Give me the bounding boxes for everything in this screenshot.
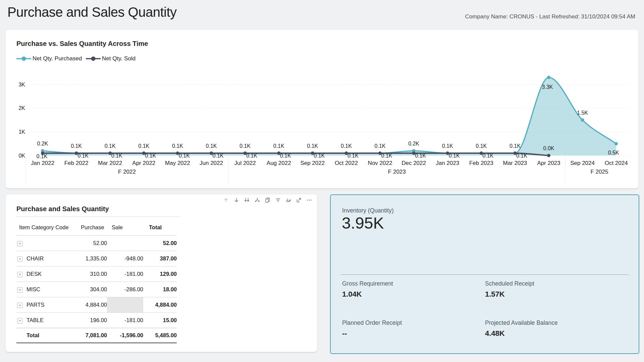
item-category-cell[interactable]: TABLE: [26, 312, 76, 328]
x-axis-label: Apr 2022: [132, 160, 155, 166]
expand-cell: +: [16, 251, 26, 266]
sold-data-label: 0.1K: [37, 154, 48, 159]
purchase-sales-matrix: Item Category Code Purchase Sale Total +…: [16, 220, 177, 343]
more-options-icon[interactable]: [306, 197, 312, 203]
item-category-cell[interactable]: DESK: [26, 266, 76, 282]
total-cell[interactable]: 15.00: [143, 312, 177, 328]
kpi-metric-label: Gross Requirement: [342, 280, 485, 287]
item-category-cell[interactable]: MISC: [26, 282, 76, 297]
expand-row-icon[interactable]: +: [17, 241, 22, 246]
sale-cell[interactable]: -181.00: [107, 266, 143, 282]
purchased-data-point[interactable]: [547, 76, 550, 79]
expand-all-icon[interactable]: [254, 197, 260, 203]
purchased-data-point[interactable]: [581, 118, 584, 122]
column-header-sale[interactable]: Sale: [107, 220, 143, 235]
purchased-data-label: 0.1K: [341, 143, 352, 149]
expand-cell: +: [16, 266, 26, 282]
purchase-cell[interactable]: 196.00: [76, 312, 107, 328]
legend-label: Net Qty. Purchased: [33, 55, 82, 62]
expand-cell: +: [16, 282, 26, 297]
purchase-cell[interactable]: 310.00: [76, 266, 107, 282]
expand-row-icon[interactable]: +: [17, 303, 22, 308]
purchased-data-label: 0.2K: [408, 141, 419, 146]
purchase-cell[interactable]: 304.00: [76, 282, 107, 297]
item-category-cell[interactable]: CHAIR: [26, 251, 76, 266]
drill-down-icon[interactable]: [233, 197, 239, 203]
purchased-data-label: 0.1K: [172, 143, 183, 149]
inventory-kpi-card: Inventory (Quantity) 3.95K Gross Require…: [330, 194, 639, 354]
purchase-cell[interactable]: 52.00: [76, 235, 107, 251]
x-axis-label: Apr 2023: [537, 160, 560, 166]
x-axis-label: Jun 2022: [200, 160, 223, 166]
purchased-data-label: 0.2K: [37, 141, 48, 146]
purchased-data-label: 0.1K: [307, 143, 318, 149]
x-axis-group-label: F 2025: [590, 169, 608, 175]
y-axis-tick: 0K: [18, 153, 25, 159]
filter-icon[interactable]: [275, 197, 281, 203]
legend-marker-icon: [86, 56, 101, 61]
item-category-cell[interactable]: PARTS: [26, 297, 76, 312]
table-total-row[interactable]: Total 7,081.00 -1,596.00 5,485.00: [16, 328, 177, 343]
purchased-data-point[interactable]: [614, 142, 618, 145]
total-cell[interactable]: 129.00: [143, 266, 177, 282]
table-title: Purchase and Sales Quantity: [16, 205, 109, 213]
total-row-label: Total: [26, 328, 76, 343]
kpi-metric-label: Scheduled Receipt: [485, 280, 625, 287]
expand-row-icon[interactable]: +: [17, 318, 22, 323]
legend-item[interactable]: Net Qty. Purchased: [16, 55, 82, 62]
y-axis-tick: 1K: [18, 129, 25, 135]
copy-icon[interactable]: [265, 197, 271, 203]
table-row[interactable]: +MISC304.00-286.0018.00: [16, 282, 177, 297]
x-axis-label: Oct 2022: [335, 160, 358, 166]
total-cell[interactable]: 387.00: [143, 251, 177, 266]
table-row[interactable]: +TABLE196.00-181.0015.00: [16, 312, 177, 328]
sold-data-label: 0.1K: [516, 153, 527, 159]
kpi-metric-gross-requirement: Gross Requirement 1.04K: [342, 280, 485, 299]
legend-item[interactable]: Net Qty. Sold: [86, 55, 136, 62]
total-purchase-value: 7,081.00: [76, 328, 107, 343]
purchased-data-label: 0.1K: [273, 143, 284, 149]
table-row[interactable]: +PARTS4,884.004,884.00: [16, 297, 177, 312]
sale-cell[interactable]: [107, 235, 143, 251]
sold-data-label: 0.1K: [314, 153, 325, 159]
total-total-value: 5,485.00: [143, 328, 177, 343]
focus-mode-icon[interactable]: [296, 197, 302, 203]
sold-data-label: 0.1K: [246, 153, 257, 159]
sold-data-label: 0.1K: [77, 153, 89, 159]
total-cell[interactable]: 52.00: [143, 235, 177, 251]
sale-cell[interactable]: -286.00: [107, 282, 143, 297]
sale-cell[interactable]: [107, 297, 143, 312]
expand-next-level-icon[interactable]: [244, 197, 250, 203]
column-header-total[interactable]: Total: [143, 220, 177, 235]
total-cell[interactable]: 18.00: [143, 282, 177, 297]
sold-data-label: 0.0K: [543, 145, 554, 151]
purchased-area: [43, 77, 616, 156]
column-header-item-category-code[interactable]: Item Category Code: [16, 220, 76, 235]
total-cell[interactable]: 4,884.00: [143, 297, 177, 312]
purchase-cell[interactable]: 1,335.00: [76, 251, 107, 266]
kpi-metric-value: 1.04K: [342, 290, 485, 299]
table-row[interactable]: +CHAIR1,335.00-948.00387.00: [16, 251, 177, 266]
sale-cell[interactable]: -948.00: [107, 251, 143, 266]
sold-data-point[interactable]: [547, 154, 550, 157]
purchased-data-label: 0.1K: [105, 143, 116, 149]
expand-row-icon[interactable]: +: [17, 287, 22, 293]
table-row[interactable]: +DESK310.00-181.00129.00: [16, 266, 177, 282]
expand-row-icon[interactable]: +: [17, 256, 22, 262]
column-header-purchase[interactable]: Purchase: [76, 220, 107, 235]
purchased-data-label: 0.1K: [71, 143, 82, 149]
total-row-spacer: [16, 328, 26, 343]
drill-up-icon[interactable]: [223, 197, 229, 203]
x-axis-label: Feb 2023: [469, 160, 493, 166]
kpi-metric-label: Projected Available Balance: [485, 319, 625, 326]
personalize-icon[interactable]: [285, 197, 291, 203]
purchase-sales-area-chart: 0K1K2K3KJan 2022Feb 2022Mar 2022Apr 2022…: [11, 67, 633, 185]
kpi-metric-value: 1.57K: [485, 290, 625, 299]
table-row[interactable]: +52.0052.00: [16, 235, 177, 251]
purchase-cell[interactable]: 4,884.00: [76, 297, 107, 312]
expand-cell: +: [16, 235, 26, 251]
sale-cell[interactable]: -181.00: [107, 312, 143, 328]
item-category-cell[interactable]: [26, 235, 76, 251]
expand-cell: +: [16, 312, 26, 328]
expand-row-icon[interactable]: +: [17, 272, 22, 277]
